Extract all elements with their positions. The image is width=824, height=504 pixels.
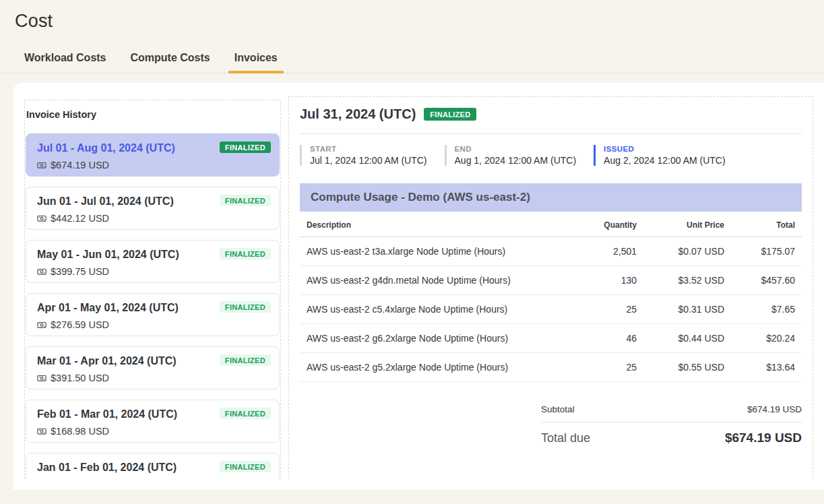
column-header-total: Total (724, 220, 795, 230)
invoice-amount: $674.19 USD (51, 160, 109, 170)
subtotal-label: Subtotal (541, 404, 575, 414)
invoice-history-list: Jul 01 - Aug 01, 2024 (UTC) FINALIZED $6… (26, 133, 280, 479)
column-header-quantity: Quantity (549, 220, 637, 230)
usage-description: AWS us-east-2 g6.2xlarge Node Uptime (Ho… (307, 333, 549, 344)
meta-start-value: Jul 1, 2024 12:00 AM (UTC) (310, 155, 427, 166)
invoice-status-badge: FINALIZED (220, 141, 271, 153)
usage-unit-price: $0.31 USD (637, 304, 724, 315)
money-icon (37, 160, 46, 170)
usage-table-row: AWS us-east-2 c5.4xlarge Node Uptime (Ho… (300, 295, 802, 324)
usage-description: AWS us-east-2 g4dn.metal Node Uptime (Ho… (307, 275, 549, 286)
cost-page: Cost Workload Costs Compute Costs Invoic… (0, 0, 824, 504)
invoice-card[interactable]: Apr 01 - May 01, 2024 (UTC) FINALIZED $2… (26, 293, 280, 336)
usage-table-row: AWS us-east-2 t3a.xlarge Node Uptime (Ho… (300, 237, 802, 266)
usage-unit-price: $0.07 USD (637, 246, 724, 257)
invoice-amount-row: $442.12 USD (37, 213, 268, 224)
subtotal-value: $674.19 USD (747, 404, 802, 414)
money-icon (37, 320, 46, 329)
money-icon (37, 373, 46, 383)
usage-unit-price: $0.44 USD (637, 333, 724, 344)
usage-table: Description Quantity Unit Price Total AW… (300, 213, 802, 382)
total-due-label: Total due (541, 431, 590, 445)
invoice-period: May 01 - Jun 01, 2024 (UTC) (37, 249, 179, 261)
main-panel: Invoice History Jul 01 - Aug 01, 2024 (U… (13, 83, 824, 490)
cost-tabs: Workload Costs Compute Costs Invoices (0, 52, 824, 73)
invoice-period: Apr 01 - May 01, 2024 (UTC) (37, 302, 179, 314)
usage-total: $13.64 (724, 362, 795, 373)
usage-unit-price: $3.52 USD (637, 275, 724, 286)
subtotal-row: Subtotal $674.19 USD (541, 398, 802, 422)
totals-block: Subtotal $674.19 USD Total due $674.19 U… (541, 398, 802, 445)
total-due-value: $674.19 USD (725, 431, 802, 445)
money-icon (37, 214, 46, 223)
usage-quantity: 130 (549, 275, 637, 286)
invoice-amount-row: $674.19 USD (37, 160, 268, 170)
meta-end-label: END (455, 145, 577, 153)
invoice-history-panel: Invoice History Jul 01 - Aug 01, 2024 (U… (24, 100, 281, 479)
invoice-history-heading: Invoice History (26, 109, 280, 120)
invoice-amount-row: $168.98 USD (37, 426, 268, 437)
meta-issued: ISSUED Aug 2, 2024 12:00 AM (UTC) (594, 145, 726, 166)
invoice-amount: $399.75 USD (51, 266, 109, 277)
usage-description: AWS us-east-2 c5.4xlarge Node Uptime (Ho… (307, 304, 549, 315)
invoice-detail-title: Jul 31, 2024 (UTC) (300, 106, 416, 122)
usage-total: $175.07 (724, 246, 795, 257)
tab-invoices[interactable]: Invoices (234, 52, 278, 73)
meta-end: END Aug 1, 2024 12:00 AM (UTC) (445, 145, 577, 166)
invoice-amount: $276.59 USD (51, 319, 109, 330)
money-icon (37, 267, 46, 276)
usage-unit-price: $0.55 USD (637, 362, 724, 373)
invoice-meta-row: START Jul 1, 2024 12:00 AM (UTC) END Aug… (300, 145, 802, 166)
compute-usage-section-header: Compute Usage - Demo (AWS us-east-2) (300, 183, 802, 212)
tab-workload-costs[interactable]: Workload Costs (24, 52, 106, 73)
meta-start-label: START (310, 145, 427, 153)
invoice-amount: $391.50 USD (51, 373, 109, 383)
usage-description: AWS us-east-2 t3a.xlarge Node Uptime (Ho… (307, 246, 549, 257)
usage-table-row: AWS us-east-2 g6.2xlarge Node Uptime (Ho… (300, 324, 802, 353)
invoice-period: Feb 01 - Mar 01, 2024 (UTC) (37, 408, 177, 420)
usage-total: $457.60 (724, 275, 795, 286)
invoice-card[interactable]: Jan 01 - Feb 01, 2024 (UTC) FINALIZED $2… (26, 453, 280, 479)
usage-quantity: 25 (549, 362, 637, 373)
invoice-status-badge: FINALIZED (220, 354, 271, 366)
invoice-card[interactable]: Jul 01 - Aug 01, 2024 (UTC) FINALIZED $6… (26, 133, 280, 177)
invoice-period: Jun 01 - Jul 01, 2024 (UTC) (37, 195, 174, 208)
invoice-period: Jul 01 - Aug 01, 2024 (UTC) (37, 142, 175, 154)
invoice-status-badge: FINALIZED (424, 108, 476, 121)
page-title: Cost (0, 0, 824, 32)
invoice-amount-row: $399.75 USD (37, 266, 268, 277)
invoice-period: Mar 01 - Apr 01, 2024 (UTC) (37, 355, 177, 367)
meta-end-value: Aug 1, 2024 12:00 AM (UTC) (455, 155, 577, 166)
usage-description: AWS us-east-2 g5.2xlarge Node Uptime (Ho… (307, 362, 549, 373)
invoice-card[interactable]: Jun 01 - Jul 01, 2024 (UTC) FINALIZED $4… (26, 187, 280, 230)
usage-quantity: 25 (549, 304, 637, 315)
usage-total: $20.24 (724, 333, 795, 344)
meta-issued-label: ISSUED (604, 145, 726, 153)
column-header-unit-price: Unit Price (637, 220, 724, 230)
tab-compute-costs[interactable]: Compute Costs (131, 52, 210, 73)
total-due-row: Total due $674.19 USD (541, 422, 802, 445)
usage-total: $7.65 (724, 304, 795, 315)
invoice-status-badge: FINALIZED (220, 408, 271, 419)
invoice-status-badge: FINALIZED (220, 461, 271, 472)
invoice-card[interactable]: May 01 - Jun 01, 2024 (UTC) FINALIZED $3… (26, 240, 280, 283)
column-header-description: Description (307, 220, 549, 230)
invoice-detail-header: Jul 31, 2024 (UTC) FINALIZED (300, 106, 802, 134)
money-icon (37, 427, 46, 436)
usage-quantity: 2,501 (549, 246, 637, 257)
invoice-detail-panel: Jul 31, 2024 (UTC) FINALIZED START Jul 1… (288, 96, 813, 479)
meta-start: START Jul 1, 2024 12:00 AM (UTC) (300, 145, 427, 166)
invoice-period: Jan 01 - Feb 01, 2024 (UTC) (37, 462, 177, 474)
usage-table-row: AWS us-east-2 g4dn.metal Node Uptime (Ho… (300, 266, 802, 295)
usage-table-header-row: Description Quantity Unit Price Total (300, 213, 802, 237)
invoice-amount: $442.12 USD (51, 213, 109, 224)
invoice-status-badge: FINALIZED (220, 301, 271, 313)
invoice-amount: $168.98 USD (51, 426, 109, 437)
invoice-card[interactable]: Feb 01 - Mar 01, 2024 (UTC) FINALIZED $1… (26, 400, 280, 443)
usage-table-body: AWS us-east-2 t3a.xlarge Node Uptime (Ho… (300, 237, 802, 382)
invoice-status-badge: FINALIZED (220, 248, 271, 259)
usage-table-row: AWS us-east-2 g5.2xlarge Node Uptime (Ho… (300, 353, 802, 382)
invoice-card[interactable]: Mar 01 - Apr 01, 2024 (UTC) FINALIZED $3… (26, 346, 280, 389)
meta-issued-value: Aug 2, 2024 12:00 AM (UTC) (604, 155, 726, 166)
invoice-amount-row: $391.50 USD (37, 373, 268, 383)
